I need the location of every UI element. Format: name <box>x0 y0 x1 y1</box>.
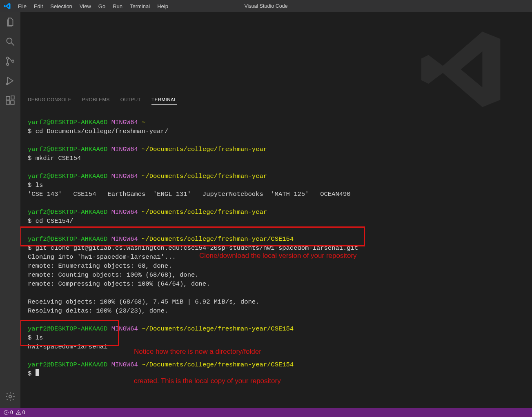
tab-debug-console[interactable]: DEBUG CONSOLE <box>28 97 71 105</box>
error-count: 0 <box>10 410 13 415</box>
prompt-shell: MINGW64 <box>111 208 138 216</box>
annotation-box-ls <box>20 320 119 346</box>
annotation-text-line: Notice how there is now a directory/fold… <box>134 347 281 357</box>
svg-point-3 <box>7 63 9 65</box>
clone-output: remote: Counting objects: 100% (68/68), … <box>28 271 199 279</box>
clone-output: Resolving deltas: 100% (23/23), done. <box>28 307 168 315</box>
prompt-dollar: $ <box>28 370 31 377</box>
clone-output: remote: Enumerating objects: 68, done. <box>28 262 172 270</box>
prompt-user-host: yarf2@DESKTOP-AHKAA6D <box>28 208 107 216</box>
terminal[interactable]: yarf2@DESKTOP-AHKAA6D MINGW64 ~ $ cd Doc… <box>20 105 532 408</box>
vscode-logo-icon <box>0 2 14 10</box>
menu-bar: File Edit Selection View Go Run Terminal… <box>14 0 172 12</box>
annotation-text-notice: Notice how there is now a directory/fold… <box>134 327 281 406</box>
run-debug-icon[interactable] <box>4 75 16 87</box>
prompt-user-host: yarf2@DESKTOP-AHKAA6D <box>28 173 107 180</box>
svg-point-0 <box>7 38 12 43</box>
terminal-cursor <box>36 369 39 376</box>
menu-selection[interactable]: Selection <box>47 0 76 12</box>
warning-count: 0 <box>22 410 25 415</box>
explorer-icon[interactable] <box>4 16 16 28</box>
svg-point-10 <box>9 395 12 398</box>
annotation-box-clone <box>20 226 365 246</box>
status-bar: 0 0 <box>0 408 532 417</box>
editor-area <box>20 12 532 94</box>
error-icon <box>3 410 9 415</box>
warning-icon <box>16 410 21 415</box>
prompt-user-host: yarf2@DESKTOP-AHKAA6D <box>28 146 107 153</box>
menu-help[interactable]: Help <box>154 0 172 12</box>
prompt-path: ~/Documents/college/freshman-year <box>142 146 267 153</box>
prompt-dollar: $ <box>28 155 31 162</box>
cmd-cd-freshman: cd Documents/college/freshman-year/ <box>36 128 169 135</box>
prompt-path: ~/Documents/college/freshman-year <box>142 173 267 180</box>
prompt-shell: MINGW64 <box>111 119 138 126</box>
menu-terminal[interactable]: Terminal <box>126 0 154 12</box>
clone-output: Cloning into 'hw1-spacedom-larsena1'... <box>28 253 176 261</box>
menu-file[interactable]: File <box>14 0 30 12</box>
menu-view[interactable]: View <box>76 0 95 12</box>
prompt-path: ~ <box>142 119 145 126</box>
svg-rect-8 <box>11 101 14 104</box>
annotation-text-line: created. This is the local copy of your … <box>134 376 281 386</box>
prompt-shell: MINGW64 <box>111 173 138 180</box>
prompt-dollar: $ <box>28 182 31 189</box>
ls-output: 'CSE 143' CSE154 EarthGames 'ENGL 131' J… <box>28 191 351 198</box>
menu-run[interactable]: Run <box>109 0 126 12</box>
cmd-mkdir: mkdir CSE154 <box>36 155 81 162</box>
prompt-dollar: $ <box>28 217 31 225</box>
search-icon[interactable] <box>4 36 16 47</box>
clone-output: remote: Compressing objects: 100% (64/64… <box>28 280 210 288</box>
tab-terminal[interactable]: TERMINAL <box>151 97 177 105</box>
prompt-shell: MINGW64 <box>111 146 138 153</box>
vscode-watermark-icon <box>418 24 508 116</box>
prompt-dollar: $ <box>28 128 31 135</box>
prompt-user-host: yarf2@DESKTOP-AHKAA6D <box>28 361 107 368</box>
activity-bar <box>0 12 20 408</box>
tab-output[interactable]: OUTPUT <box>120 97 141 105</box>
prompt-path: ~/Documents/college/freshman-year <box>142 208 267 216</box>
svg-point-15 <box>18 414 18 414</box>
menu-edit[interactable]: Edit <box>30 0 47 12</box>
svg-rect-9 <box>11 96 14 99</box>
prompt-user-host: yarf2@DESKTOP-AHKAA6D <box>28 119 107 126</box>
menu-go[interactable]: Go <box>95 0 109 12</box>
svg-point-5 <box>6 83 8 84</box>
status-warnings[interactable]: 0 <box>16 410 25 415</box>
tab-problems[interactable]: PROBLEMS <box>82 97 110 105</box>
svg-rect-7 <box>6 101 10 104</box>
title-bar: File Edit Selection View Go Run Terminal… <box>0 0 532 12</box>
cmd-cd-cse: cd CSE154/ <box>36 217 73 225</box>
svg-rect-6 <box>6 96 10 100</box>
cmd-ls: ls <box>36 182 43 189</box>
svg-point-2 <box>7 57 9 59</box>
svg-point-4 <box>12 60 14 62</box>
annotation-text-clone: Clone/download the local version of your… <box>199 251 357 261</box>
extensions-icon[interactable] <box>4 95 16 106</box>
clone-output: Receiving objects: 100% (68/68), 7.45 Mi… <box>28 298 259 306</box>
status-errors[interactable]: 0 <box>3 410 13 415</box>
source-control-icon[interactable] <box>4 55 16 67</box>
settings-gear-icon[interactable] <box>4 391 16 402</box>
svg-line-1 <box>11 43 14 46</box>
